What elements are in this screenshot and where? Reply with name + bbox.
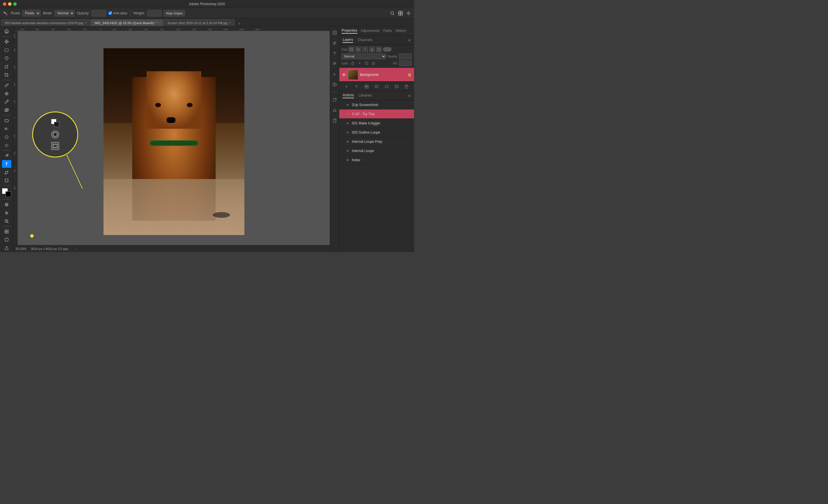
move-tool[interactable] [2,38,11,46]
dodge-tool[interactable] [2,141,11,149]
path-select-tool[interactable] [2,168,11,176]
action-run[interactable]: ▶ [346,103,349,106]
action-item-002-outline-loupe[interactable]: ▶002 Outline Loupe [339,128,414,137]
canvas-area[interactable]: -1000 -800 -600 -400 -200 0 200 400 600 … [13,27,330,252]
layers-menu-button[interactable]: ≡ [408,38,411,43]
lock-artboard-btn[interactable] [364,61,369,66]
extra-tool-2[interactable] [2,236,11,244]
action-item-2up-screenshots[interactable]: ▶2Up Screenshots [339,100,414,109]
canvas-container[interactable] [18,31,330,252]
adjustment-btn[interactable] [373,83,380,90]
anti-alias-checkbox[interactable] [109,11,112,15]
type-tool[interactable]: T [2,160,11,168]
actions-menu-button[interactable]: ≡ [408,93,411,98]
action-item-internal-loupe-prep[interactable]: ▶Internal Loupe Prep [339,137,414,146]
action-run[interactable]: ▶ [346,112,349,116]
mask-btn[interactable] [363,83,370,90]
filter-type-btn[interactable]: T [362,47,368,52]
extra-tool-1[interactable] [2,228,11,235]
action-item-internal-loupe[interactable]: ▶Internal Loupe [339,146,414,155]
adjustments-icon[interactable] [331,39,339,47]
pen-path-icon[interactable] [331,106,339,114]
shape-tool[interactable] [2,177,11,184]
link-layers-btn[interactable] [343,83,349,90]
tab-file3[interactable]: Screen Shot 2020-10-21 at 2.30.24 PM.jpg… [164,19,235,26]
canvas-image[interactable] [104,48,244,235]
tab-close-file3[interactable]: × [229,21,231,25]
quick-mask-tool[interactable] [2,200,11,208]
layout-icon[interactable] [397,10,404,16]
paragraph-icon[interactable] [331,60,339,68]
eraser-tool[interactable] [2,117,11,125]
lock-pixels-btn[interactable] [350,61,355,66]
3d-icon[interactable] [331,81,339,89]
crop-tool[interactable] [2,71,11,79]
transform-icon[interactable] [331,96,339,104]
hand-tool[interactable] [2,209,11,217]
blur-tool[interactable] [2,133,11,141]
clone-tool[interactable] [2,106,11,114]
eyedropper-tool[interactable] [2,81,11,89]
tab-file2[interactable]: IMG_3400.HEIC @ 33.3% (Quick Mask/8) * × [91,19,163,26]
paths-tab[interactable]: Paths [383,29,392,33]
tab-close-file1[interactable]: × [85,21,87,25]
weight-input[interactable]: 5 px [147,10,162,16]
adjustments-tab[interactable]: Adjustments [361,29,380,33]
action-item-001-make-it-bigger[interactable]: ▶001 Make it bigger [339,119,414,128]
action-run[interactable]: ▶ [346,140,349,143]
fx-btn[interactable]: fx [353,83,360,90]
lasso-tool[interactable] [2,55,11,62]
action-item-index[interactable]: ▶Index [339,155,414,165]
action-run[interactable]: ▶ [346,122,349,125]
maximize-button[interactable] [13,2,17,6]
filter-shape-btn[interactable] [369,47,375,52]
zoom-tool[interactable] [2,217,11,225]
pen-tool[interactable] [2,152,11,159]
layer-visibility-icon[interactable] [341,73,346,77]
fg-bg-colors[interactable] [2,188,11,197]
more-tabs-button[interactable]: » [236,20,242,26]
layer-item-background[interactable]: Background 🔒 [339,68,414,82]
delete-layer-btn[interactable] [403,83,410,90]
gradient-tool[interactable] [2,125,11,133]
cube-icon[interactable] [331,117,339,125]
heal-tool[interactable] [2,90,11,97]
lock-position-btn[interactable] [357,61,362,66]
filter-pixel-btn[interactable] [348,47,354,52]
glyph-icon[interactable]: A [331,70,339,78]
properties-tab[interactable]: Properties [341,29,357,34]
history-tab[interactable]: History [395,29,406,33]
close-button[interactable] [3,2,6,6]
filter-adjust-btn[interactable] [355,47,361,52]
channels-tab[interactable]: Channels [358,38,372,43]
mode-select[interactable]: Normal [55,10,75,16]
action-item-3-up---try-this[interactable]: ▶3 UP - Try This [339,109,414,119]
marquee-tool[interactable] [2,46,11,54]
lock-all-btn[interactable] [371,61,376,66]
properties-icon[interactable] [331,29,339,37]
libraries-tab[interactable]: Libraries [359,93,372,98]
action-run[interactable]: ▶ [346,131,349,134]
settings-icon[interactable] [405,10,412,16]
tab-file1[interactable]: 002-disable-automatic-wireless-connectio… [1,19,90,26]
actions-tab[interactable]: Actions [343,93,354,98]
align-edges-button[interactable]: Align Edges [164,10,185,16]
filter-smart-btn[interactable] [376,47,382,52]
opacity-input[interactable]: 100% [399,53,412,59]
filter-toggle[interactable] [383,47,391,52]
minimize-button[interactable] [8,2,11,6]
action-run[interactable]: ▶ [346,149,349,152]
brush-tool[interactable] [2,98,11,106]
search-icon[interactable] [389,10,396,16]
fill-input[interactable]: 100% [399,60,412,66]
tab-close-file2[interactable]: × [158,21,159,25]
text-icon[interactable] [331,49,339,57]
pixels-select[interactable]: Pixels [23,10,41,16]
background-color[interactable] [5,191,11,197]
quick-select-tool[interactable] [2,63,11,71]
layers-tab[interactable]: Layers [343,38,353,43]
opacity-input[interactable]: 100% [92,10,106,16]
group-btn[interactable] [383,83,390,90]
action-run[interactable]: ▶ [346,158,349,162]
blend-mode-select[interactable]: Normal [341,53,386,59]
